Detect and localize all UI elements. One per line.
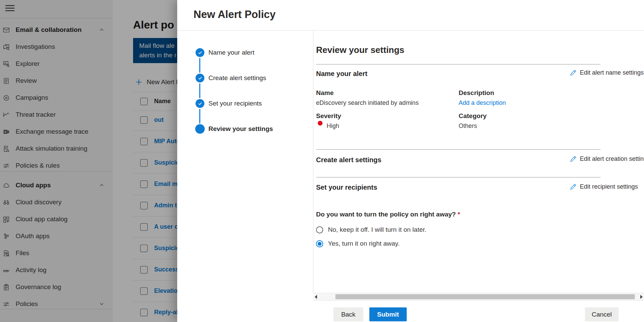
step-label: Review your settings: [208, 125, 273, 133]
panel-header: New Alert Policy: [177, 0, 644, 31]
step-label: Name your alert: [208, 49, 254, 56]
wizard-step-create-alert-settings[interactable]: Create alert settings: [177, 73, 313, 83]
section-title-create-alert-settings: Create alert settings: [316, 156, 381, 164]
required-asterisk: *: [458, 211, 460, 218]
pencil-icon: [570, 155, 577, 163]
check-icon: [198, 101, 203, 106]
severity-high-dot: [318, 121, 323, 126]
section-title-set-your-recipients: Set your recipients: [316, 184, 377, 191]
completed-check-icon: [196, 74, 204, 82]
completed-check-icon: [196, 99, 204, 108]
add-description-link[interactable]: Add a description: [459, 99, 506, 107]
check-icon: [198, 76, 203, 81]
step-connector: [199, 58, 200, 73]
step-label: Create alert settings: [208, 74, 266, 82]
new-alert-policy-panel: New Alert Policy Name your alertCreate a…: [177, 0, 644, 322]
section-divider: [316, 64, 601, 64]
completed-check-icon: [196, 48, 204, 57]
name-label: Name: [316, 89, 334, 97]
category-value: Others: [459, 122, 477, 130]
panel-title: New Alert Policy: [194, 8, 276, 21]
category-label: Category: [459, 112, 486, 120]
wizard-step-review-your-settings[interactable]: Review your settings: [177, 124, 313, 134]
edit-recipient-settings-link[interactable]: Edit recipient settings: [570, 183, 638, 190]
wizard-step-set-your-recipients[interactable]: Set your recipients: [177, 99, 313, 108]
wizard-step-name-your-alert[interactable]: Name your alert: [177, 48, 313, 57]
name-value: eDiscovery search initiated by admins: [316, 99, 419, 107]
horizontal-scrollbar[interactable]: [313, 293, 644, 301]
radio-unselected[interactable]: [316, 226, 323, 233]
review-content: Review your settings Name your alert Edi…: [313, 31, 644, 293]
turn-on-policy-question: Do you want to turn the policy on right …: [316, 211, 460, 218]
scroll-right-arrow-icon[interactable]: [640, 295, 643, 299]
severity-value: High: [327, 122, 339, 130]
back-button[interactable]: Back: [333, 307, 363, 321]
wizard-steps: Name your alertCreate alert settingsSet …: [177, 31, 313, 293]
step-label: Set your recipients: [208, 100, 262, 107]
step-connector: [199, 83, 200, 98]
radio-option-no-keep-it-off-i-wil[interactable]: No, keep it off. I will turn it on later…: [316, 225, 426, 234]
radio-label: No, keep it off. I will turn it on later…: [328, 226, 426, 233]
pencil-icon: [570, 69, 577, 76]
scrollbar-thumb[interactable]: [335, 294, 635, 299]
check-icon: [198, 50, 203, 55]
cancel-button[interactable]: Cancel: [585, 307, 619, 321]
section-divider: [316, 149, 601, 150]
radio-selected[interactable]: [316, 240, 323, 247]
review-heading: Review your settings: [316, 45, 404, 55]
submit-button[interactable]: Submit: [369, 307, 407, 321]
pencil-icon: [570, 183, 577, 190]
panel-footer: Back Submit Cancel: [177, 301, 644, 322]
screen: { "colors":{"accent":"#0078d4","banner_b…: [0, 0, 644, 322]
description-label: Description: [459, 89, 494, 97]
edit-alert-creation-settings-link[interactable]: Edit alert creation settings: [570, 155, 644, 163]
edit-alert-name-settings-link[interactable]: Edit alert name settings: [570, 69, 644, 76]
scroll-left-arrow-icon[interactable]: [315, 295, 317, 299]
severity-label: Severity: [316, 112, 341, 120]
section-title-name-your-alert: Name your alert: [316, 70, 367, 78]
step-connector: [199, 109, 200, 124]
radio-option-yes-turn-it-on-right[interactable]: Yes, turn it on right away.: [316, 239, 400, 248]
radio-label: Yes, turn it on right away.: [328, 240, 400, 247]
section-divider: [316, 177, 601, 177]
current-step-dot: [195, 124, 205, 134]
